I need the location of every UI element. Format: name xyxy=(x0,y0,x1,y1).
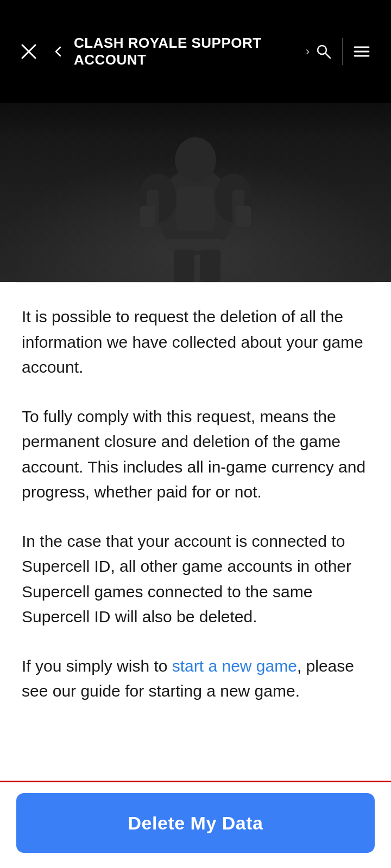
header-title: CLASH ROYALE SUPPORT ACCOUNT xyxy=(74,35,301,68)
paragraph-1: It is possible to request the deletion o… xyxy=(22,304,369,380)
svg-rect-22 xyxy=(0,103,391,136)
breadcrumb-chevron: › xyxy=(306,44,310,59)
start-new-game-link[interactable]: start a new game xyxy=(172,657,297,675)
hero-image xyxy=(0,103,391,282)
header-right-controls xyxy=(310,37,376,66)
close-button[interactable] xyxy=(15,38,42,65)
svg-rect-16 xyxy=(174,250,194,282)
svg-rect-15 xyxy=(168,239,223,251)
bottom-action-area: Delete My Data xyxy=(0,781,391,868)
menu-button[interactable] xyxy=(348,37,376,66)
paragraph-3: In the case that your account is connect… xyxy=(22,529,369,630)
app-header: CLASH ROYALE SUPPORT ACCOUNT › xyxy=(0,0,391,103)
svg-line-3 xyxy=(325,53,330,58)
header-title-area: CLASH ROYALE SUPPORT ACCOUNT › xyxy=(74,35,310,68)
paragraph-4: If you simply wish to start a new game, … xyxy=(22,654,369,704)
header-divider xyxy=(342,38,343,65)
back-button[interactable] xyxy=(48,38,70,65)
paragraph-2: To fully comply with this request, means… xyxy=(22,404,369,505)
search-button[interactable] xyxy=(310,37,338,66)
delete-my-data-button[interactable]: Delete My Data xyxy=(16,793,375,853)
svg-point-11 xyxy=(175,137,216,183)
svg-rect-21 xyxy=(236,206,251,227)
svg-rect-20 xyxy=(140,206,155,227)
svg-rect-14 xyxy=(176,187,215,231)
svg-rect-17 xyxy=(200,250,220,282)
content-area: It is possible to request the deletion o… xyxy=(0,283,391,815)
